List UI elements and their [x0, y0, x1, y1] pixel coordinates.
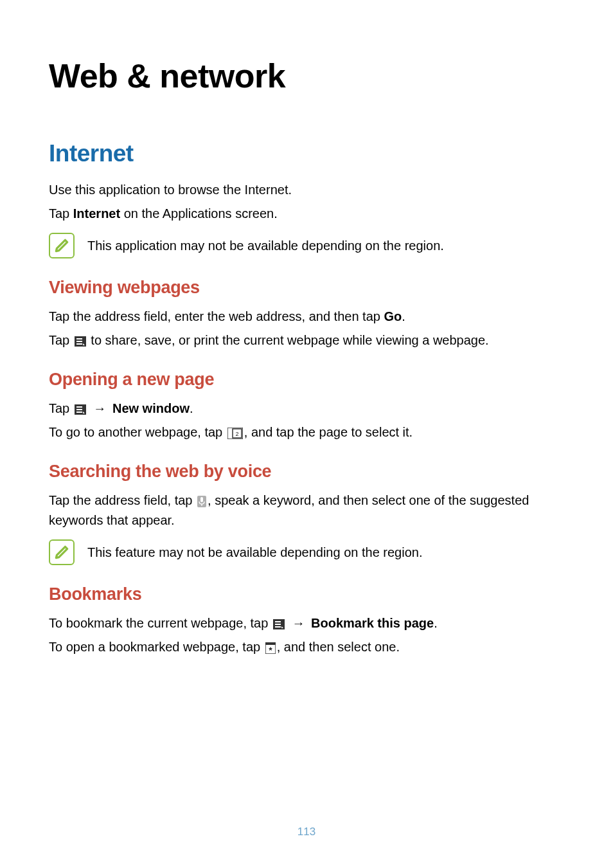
- note-text: This feature may not be available depend…: [87, 543, 422, 562]
- text-bold: New window: [112, 401, 190, 415]
- page-number: 113: [0, 826, 613, 838]
- heading-bookmarks: Bookmarks: [49, 584, 564, 604]
- svg-rect-12: [200, 497, 203, 502]
- section-internet: Internet Use this application to browse …: [49, 140, 564, 258]
- heading-internet: Internet: [49, 140, 564, 167]
- windows-icon: 2: [227, 428, 243, 439]
- opening-p2: To go to another webpage, tap 2, and tap…: [49, 422, 564, 442]
- text-bold: Go: [384, 309, 402, 323]
- bookmark-star-icon: [265, 642, 276, 654]
- bookmarks-p2: To open a bookmarked webpage, tap , and …: [49, 637, 564, 657]
- menu-icon: [273, 619, 285, 629]
- text: Tap: [49, 206, 73, 221]
- arrow-text: →: [289, 616, 308, 630]
- note-text: This application may not be available de…: [87, 236, 444, 255]
- text: To go to another webpage, tap: [49, 425, 226, 439]
- text: .: [402, 309, 405, 323]
- text: to share, save, or print the current web…: [87, 333, 489, 347]
- heading-opening: Opening a new page: [49, 370, 564, 390]
- svg-rect-16: [275, 624, 281, 625]
- svg-rect-5: [76, 406, 82, 408]
- svg-rect-1: [76, 338, 82, 339]
- svg-rect-3: [76, 343, 82, 345]
- text: , and tap the page to select it.: [244, 425, 413, 439]
- text: Tap the address field, tap: [49, 493, 196, 507]
- svg-rect-15: [275, 621, 281, 622]
- svg-rect-19: [265, 642, 276, 645]
- text: To bookmark the current webpage, tap: [49, 616, 272, 630]
- heading-searching: Searching the web by voice: [49, 462, 564, 482]
- page-content: Web & network Internet Use this applicat…: [0, 0, 613, 868]
- searching-p1: Tap the address field, tap , speak a key…: [49, 491, 564, 530]
- text: on the Applications screen.: [120, 206, 278, 221]
- internet-intro-2: Tap Internet on the Applications screen.: [49, 204, 564, 224]
- heading-viewing: Viewing webpages: [49, 278, 564, 298]
- text: Tap: [49, 401, 73, 415]
- text-bold: Bookmark this page: [311, 616, 434, 630]
- text: , and then select one.: [277, 640, 400, 654]
- note-row: This feature may not be available depend…: [49, 539, 564, 565]
- text: .: [434, 616, 438, 630]
- menu-icon: [75, 404, 86, 415]
- viewing-p1: Tap the address field, enter the web add…: [49, 307, 564, 327]
- arrow-text: →: [90, 401, 110, 415]
- svg-text:2: 2: [235, 431, 238, 437]
- viewing-p2: Tap to share, save, or print the current…: [49, 330, 564, 350]
- note-row: This application may not be available de…: [49, 233, 564, 258]
- microphone-icon: [197, 496, 206, 507]
- bookmarks-p1: To bookmark the current webpage, tap → B…: [49, 613, 564, 633]
- text: .: [190, 401, 193, 415]
- note-pencil-icon: [49, 539, 75, 565]
- svg-rect-6: [76, 409, 82, 410]
- svg-rect-17: [275, 626, 281, 628]
- opening-p1: Tap → New window.: [49, 399, 564, 419]
- note-pencil-icon: [49, 233, 75, 258]
- text: To open a bookmarked webpage, tap: [49, 640, 264, 654]
- svg-rect-7: [76, 411, 82, 413]
- page-title: Web & network: [49, 57, 564, 95]
- internet-intro-1: Use this application to browse the Inter…: [49, 180, 564, 200]
- text: Tap: [49, 333, 73, 347]
- svg-rect-2: [76, 341, 82, 342]
- menu-icon: [75, 336, 86, 347]
- section-opening: Opening a new page Tap → New window. To …: [49, 370, 564, 442]
- section-searching: Searching the web by voice Tap the addre…: [49, 462, 564, 565]
- section-bookmarks: Bookmarks To bookmark the current webpag…: [49, 584, 564, 657]
- text-bold: Internet: [73, 206, 120, 221]
- text: Tap the address field, enter the web add…: [49, 309, 384, 323]
- section-viewing: Viewing webpages Tap the address field, …: [49, 278, 564, 350]
